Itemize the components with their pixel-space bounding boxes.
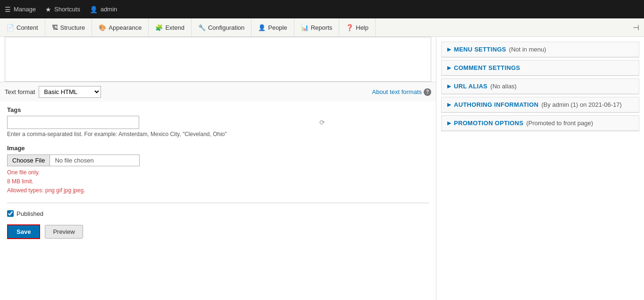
- sidebar-title-url-alias: URL ALIAS: [454, 83, 487, 90]
- file-name-display: No file chosen: [50, 154, 140, 166]
- tags-input-wrap: ⟳: [7, 116, 429, 129]
- buttons-row: Save Preview: [7, 224, 429, 239]
- admin-bar: ☰ Manage ★ Shortcuts 👤 admin: [0, 0, 644, 18]
- about-text-formats-link[interactable]: About text formats ?: [372, 88, 432, 96]
- image-section: Image Choose File No file chosen One fil…: [7, 145, 429, 196]
- shortcuts-menu[interactable]: ★ Shortcuts: [45, 6, 80, 13]
- file-info-line-2: 8 MB limit.: [7, 177, 429, 186]
- sidebar-section-header-authoring-information[interactable]: ▶ AUTHORING INFORMATION (By admin (1) on…: [442, 97, 639, 112]
- hamburger-icon: ☰: [5, 6, 11, 13]
- shortcuts-label: Shortcuts: [54, 6, 80, 13]
- text-format-left: Text format Basic HTML Full HTML Restric…: [5, 86, 101, 98]
- content-wrapper: Text format Basic HTML Full HTML Restric…: [0, 37, 644, 300]
- sidebar-section-authoring-information: ▶ AUTHORING INFORMATION (By admin (1) on…: [441, 97, 639, 113]
- sidebar-arrow-comment-settings: ▶: [447, 65, 451, 71]
- sidebar-title-authoring-information: AUTHORING INFORMATION: [454, 101, 538, 108]
- file-info-line-3: Allowed types: png gif jpg jpeg.: [7, 186, 429, 195]
- nav-item-structure[interactable]: 🏗 Structure: [45, 18, 92, 36]
- published-label[interactable]: Published: [17, 210, 43, 217]
- sidebar-title-menu-settings: MENU SETTINGS: [454, 46, 506, 53]
- nav-structure-label: Structure: [60, 24, 85, 31]
- published-checkbox[interactable]: [7, 210, 14, 217]
- nav-help-label: Help: [356, 24, 368, 31]
- sidebar-meta-menu-settings: (Not in menu): [509, 46, 546, 53]
- text-format-label: Text format: [5, 88, 35, 95]
- sidebar-meta-url-alias: (No alias): [490, 83, 517, 90]
- file-input-wrap: Choose File No file chosen: [7, 154, 429, 166]
- sidebar-arrow-promotion-options: ▶: [447, 120, 451, 126]
- nav-collapse-button[interactable]: ⊣: [628, 18, 644, 36]
- main-nav: 📄 Content 🏗 Structure 🎨 Appearance 🧩 Ext…: [0, 18, 644, 37]
- reports-icon: 📊: [301, 24, 309, 31]
- star-icon: ★: [45, 6, 51, 13]
- tags-spinner-icon: ⟳: [319, 119, 325, 126]
- nav-item-extend[interactable]: 🧩 Extend: [149, 18, 191, 36]
- structure-icon: 🏗: [52, 24, 58, 31]
- sidebar-title-promotion-options: PROMOTION OPTIONS: [454, 120, 523, 127]
- tags-description: Enter a comma-separated list. For exampl…: [7, 131, 429, 137]
- preview-button[interactable]: Preview: [45, 225, 83, 239]
- nav-appearance-label: Appearance: [109, 24, 142, 31]
- extend-icon: 🧩: [155, 24, 163, 31]
- sidebar-arrow-menu-settings: ▶: [447, 46, 451, 52]
- sidebar-section-comment-settings: ▶ COMMENT SETTINGS: [441, 60, 639, 76]
- main-content: Tags ⟳ Enter a comma-separated list. For…: [0, 102, 436, 244]
- admin-label: admin: [100, 6, 117, 13]
- sidebar-section-header-promotion-options[interactable]: ▶ PROMOTION OPTIONS (Promoted to front p…: [442, 116, 639, 131]
- nav-reports-label: Reports: [311, 24, 333, 31]
- about-help-icon: ?: [424, 88, 431, 96]
- sidebar-section-header-menu-settings[interactable]: ▶ MENU SETTINGS (Not in menu): [442, 42, 639, 57]
- about-text-formats-label: About text formats: [372, 88, 422, 95]
- text-format-select[interactable]: Basic HTML Full HTML Restricted HTML Pla…: [39, 86, 101, 98]
- text-format-row: Text format Basic HTML Full HTML Restric…: [0, 82, 436, 102]
- help-icon: ❓: [346, 24, 353, 31]
- nav-item-help[interactable]: ❓ Help: [339, 18, 376, 36]
- image-label: Image: [7, 145, 429, 152]
- sidebar-arrow-url-alias: ▶: [447, 83, 451, 89]
- content-icon: 📄: [7, 24, 14, 31]
- main-area: Text format Basic HTML Full HTML Restric…: [0, 37, 436, 300]
- tags-label: Tags: [7, 106, 429, 113]
- collapse-icon: ⊣: [633, 23, 639, 32]
- sidebar-section-header-comment-settings[interactable]: ▶ COMMENT SETTINGS: [442, 60, 639, 76]
- nav-people-label: People: [268, 24, 287, 31]
- people-icon: 👤: [258, 24, 266, 31]
- admin-user-menu[interactable]: 👤 admin: [90, 6, 117, 13]
- sidebar-section-menu-settings: ▶ MENU SETTINGS (Not in menu): [441, 42, 639, 58]
- sidebar-meta-authoring-information: (By admin (1) on 2021-06-17): [541, 101, 622, 108]
- sidebar-section-header-url-alias[interactable]: ▶ URL ALIAS (No alias): [442, 79, 639, 94]
- manage-label: Manage: [14, 6, 36, 13]
- choose-file-button[interactable]: Choose File: [7, 154, 50, 166]
- file-info: One file only. 8 MB limit. Allowed types…: [7, 168, 429, 196]
- file-info-line-1: One file only.: [7, 168, 429, 177]
- nav-configuration-label: Configuration: [208, 24, 244, 31]
- nav-item-configuration[interactable]: 🔧 Configuration: [192, 18, 251, 36]
- nav-item-people[interactable]: 👤 People: [251, 18, 294, 36]
- manage-menu[interactable]: ☰ Manage: [5, 6, 36, 13]
- nav-content-label: Content: [17, 24, 38, 31]
- sidebar-title-comment-settings: COMMENT SETTINGS: [454, 64, 520, 71]
- nav-extend-label: Extend: [165, 24, 184, 31]
- sidebar-section-promotion-options: ▶ PROMOTION OPTIONS (Promoted to front p…: [441, 115, 639, 131]
- user-icon: 👤: [90, 6, 98, 13]
- nav-item-reports[interactable]: 📊 Reports: [294, 18, 340, 36]
- configuration-icon: 🔧: [198, 24, 206, 31]
- tags-section: Tags ⟳ Enter a comma-separated list. For…: [7, 106, 429, 137]
- nav-item-appearance[interactable]: 🎨 Appearance: [92, 18, 149, 36]
- sidebar-meta-promotion-options: (Promoted to front page): [526, 120, 593, 127]
- published-row: Published: [7, 210, 429, 217]
- sidebar-arrow-authoring-information: ▶: [447, 102, 451, 108]
- tags-input[interactable]: [7, 116, 139, 129]
- section-divider: [7, 203, 429, 203]
- appearance-icon: 🎨: [99, 24, 106, 31]
- save-button[interactable]: Save: [7, 224, 40, 239]
- nav-item-content[interactable]: 📄 Content: [0, 18, 45, 36]
- sidebar-section-url-alias: ▶ URL ALIAS (No alias): [441, 78, 639, 94]
- sidebar: ▶ MENU SETTINGS (Not in menu) ▶ COMMENT …: [436, 37, 644, 300]
- editor-body[interactable]: [5, 37, 431, 82]
